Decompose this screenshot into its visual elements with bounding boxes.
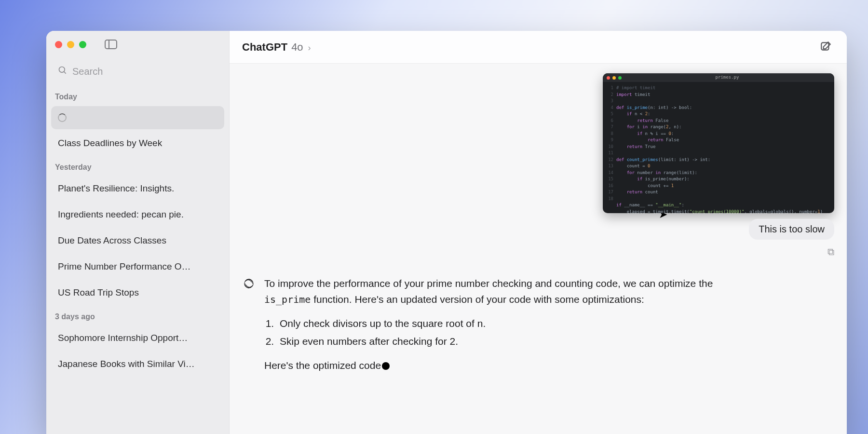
- sidebar-section-label: Yesterday: [46, 156, 229, 176]
- close-window-button[interactable]: [55, 41, 62, 48]
- brand-label: ChatGPT: [242, 41, 287, 54]
- code-thumb-title: primes.py: [716, 74, 739, 81]
- conversation-item[interactable]: US Road Trip Stops: [51, 281, 224, 305]
- list-item: Only check divisors up to the square roo…: [277, 316, 756, 332]
- assistant-bullet-list: Only check divisors up to the square roo…: [277, 316, 756, 349]
- main-pane: ChatGPT 4o › ➤ primes.py # import timeit…: [230, 31, 847, 434]
- svg-point-0: [59, 67, 65, 72]
- minimize-window-button[interactable]: [67, 41, 74, 48]
- user-message-block: primes.py # import timeit import timeit …: [603, 73, 834, 258]
- conversation-item[interactable]: Sophomore Internship Opport…: [51, 326, 224, 350]
- sidebar-section-label: Today: [46, 86, 229, 105]
- search-icon: [58, 66, 68, 78]
- sidebar-section-label: 3 days ago: [46, 306, 229, 325]
- assistant-para2: Here's the optimized code: [264, 360, 381, 371]
- svg-line-1: [64, 71, 66, 73]
- inline-code: is_prime: [264, 294, 311, 305]
- new-chat-button[interactable]: [820, 40, 834, 54]
- assistant-para1-b: function. Here's an updated version of y…: [311, 294, 644, 305]
- search-field[interactable]: [52, 61, 223, 82]
- search-input[interactable]: [72, 66, 217, 77]
- assistant-para1-a: To improve the performance of your prime…: [264, 278, 713, 289]
- user-message-bubble: This is too slow: [749, 219, 834, 240]
- window-titlebar: [46, 31, 229, 58]
- window-controls: [55, 41, 86, 48]
- copy-message-button[interactable]: ⧉: [827, 246, 834, 258]
- conversation-item-loading[interactable]: [51, 106, 224, 129]
- user-message-text: This is too slow: [759, 224, 825, 234]
- code-screenshot-attachment[interactable]: primes.py # import timeit import timeit …: [603, 73, 834, 213]
- conversation-item[interactable]: Ingredients needed: pecan pie.: [51, 203, 224, 227]
- chat-body: ➤ primes.py # import timeit import timei…: [230, 64, 847, 434]
- loading-spinner-icon: [58, 113, 67, 122]
- zoom-window-button[interactable]: [79, 41, 86, 48]
- conversation-item[interactable]: Planet's Resilience: Insights.: [51, 176, 224, 201]
- copy-icon: ⧉: [827, 246, 834, 257]
- app-window: Today Class Deadlines by Week Yesterday …: [46, 31, 847, 434]
- conversation-item[interactable]: Due Dates Across Classes: [51, 229, 224, 253]
- sidebar: Today Class Deadlines by Week Yesterday …: [46, 31, 230, 434]
- main-header: ChatGPT 4o ›: [230, 31, 847, 64]
- assistant-message-block: To improve the performance of your prime…: [242, 276, 834, 382]
- assistant-avatar-icon: [242, 277, 256, 290]
- conversation-item[interactable]: Japanese Books with Similar Vi…: [51, 352, 224, 376]
- svg-point-3: [244, 279, 253, 288]
- chevron-right-icon: ›: [308, 43, 311, 53]
- conversation-item[interactable]: Class Deadlines by Week: [51, 131, 224, 155]
- model-picker[interactable]: ChatGPT 4o ›: [242, 41, 311, 54]
- assistant-message-text: To improve the performance of your prime…: [264, 276, 756, 382]
- model-label: 4o: [291, 41, 303, 54]
- list-item: Skip even numbers after checking for 2.: [277, 334, 756, 350]
- compose-icon: [820, 46, 832, 54]
- toggle-sidebar-icon[interactable]: [105, 40, 117, 49]
- streaming-cursor-icon: [382, 362, 390, 370]
- conversation-item[interactable]: Prime Number Performance O…: [51, 255, 224, 279]
